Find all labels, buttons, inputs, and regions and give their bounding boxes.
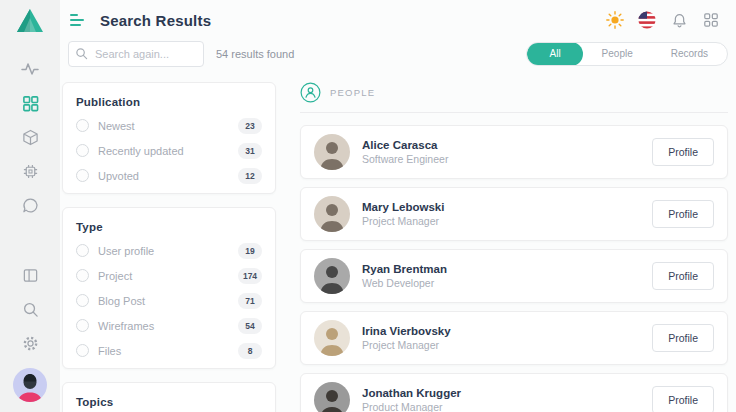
sidebar [0,0,60,412]
header-icons [606,11,720,29]
person-name: Alice Carasca [362,139,448,151]
person-info: Alice Carasca Software Engineer [362,139,448,165]
person-role: Software Engineer [362,153,448,165]
filter-option-label: Upvoted [98,170,139,182]
layout-icon [22,267,39,284]
person-photo-avatar [314,382,350,412]
radio-button[interactable] [76,144,89,157]
profile-button[interactable]: Profile [652,262,714,290]
filter-option-label: User profile [98,245,154,257]
profile-button[interactable]: Profile [652,324,714,352]
filter-option-files[interactable]: Files 8 [76,338,262,363]
search-box [68,41,204,67]
person-photo-avatar [314,196,350,232]
tab-records[interactable]: Records [652,43,727,65]
chat-bubble-icon [22,197,39,214]
user-avatar-illustration [13,368,47,402]
person-info: Ryan Brentman Web Developer [362,263,447,289]
count-badge: 12 [238,168,262,184]
search-icon [22,301,39,318]
sidebar-item-settings[interactable] [13,326,47,360]
filter-option-wireframes[interactable]: Wireframes 54 [76,313,262,338]
people-section-header: PEOPLE [300,82,728,113]
app-logo-triangle-icon[interactable] [16,8,44,34]
radio-button[interactable] [76,244,89,257]
filter-option-label: Files [98,345,121,357]
search-input[interactable] [68,41,204,67]
count-badge: 31 [238,143,262,159]
gear-icon [22,335,39,352]
cube-icon [22,129,39,146]
person-name: Jonathan Krugger [362,387,461,399]
menu-toggle-button[interactable] [70,14,86,26]
filter-title: Topics [76,396,262,408]
sidebar-item-packages[interactable] [13,120,47,154]
bell-icon[interactable] [670,11,688,29]
profile-button[interactable]: Profile [652,386,714,412]
people-section-label: PEOPLE [330,87,375,98]
us-flag-icon[interactable] [638,11,656,29]
person-info: Irina Vierbovsky Project Manager [362,325,451,351]
sidebar-item-chat[interactable] [13,188,47,222]
count-badge: 23 [238,118,262,134]
person-name: Ryan Brentman [362,263,447,275]
filter-option-recently-updated[interactable]: Recently updated 31 [76,138,262,163]
sun-icon[interactable] [606,11,624,29]
content: Publication Newest 23 Recently updated 3… [60,70,736,412]
person-role: Web Developer [362,277,447,289]
filter-card-publication: Publication Newest 23 Recently updated 3… [62,82,276,194]
activity-icon [21,60,39,78]
filter-card-type: Type User profile 19 Project 174 Blog Po… [62,207,276,369]
profile-button[interactable]: Profile [652,200,714,228]
filter-option-label: Wireframes [98,320,154,332]
count-badge: 19 [238,243,262,259]
radio-button[interactable] [76,294,89,307]
people-column: PEOPLE Alice Carasca Software Engineer [300,82,728,412]
filter-title: Type [76,221,262,233]
person-name: Irina Vierbovsky [362,325,451,337]
person-role: Product Manager [362,401,461,412]
filter-title: Publication [76,96,262,108]
filter-option-label: Project [98,270,132,282]
tab-all[interactable]: All [527,42,582,66]
search-row: 54 results found All People Records [60,34,736,70]
person-card: Mary Lebowski Project Manager Profile [300,187,728,241]
person-card: Alice Carasca Software Engineer Profile [300,125,728,179]
user-avatar[interactable] [13,368,47,402]
apps-grid-icon[interactable] [702,11,720,29]
sidebar-item-activity[interactable] [13,52,47,86]
sidebar-item-search[interactable] [13,292,47,326]
radio-button[interactable] [76,269,89,282]
person-info: Mary Lebowski Project Manager [362,201,444,227]
sidebar-item-system[interactable] [13,154,47,188]
filter-option-newest[interactable]: Newest 23 [76,113,262,138]
app-screen: Search Results [0,0,736,412]
radio-button[interactable] [76,344,89,357]
filter-option-blog-post[interactable]: Blog Post 71 [76,288,262,313]
count-badge: 8 [238,343,262,359]
filter-option-label: Blog Post [98,295,145,307]
people-list: Alice Carasca Software Engineer Profile [300,125,728,412]
filter-option-label: Newest [98,120,135,132]
radio-button[interactable] [76,319,89,332]
sidebar-item-layout[interactable] [13,258,47,292]
main-area: Search Results [60,0,736,412]
tab-people[interactable]: People [583,43,652,65]
filter-option-upvoted[interactable]: Upvoted 12 [76,163,262,188]
chip-icon [22,163,39,180]
person-card: Ryan Brentman Web Developer Profile [300,249,728,303]
filter-option-label: Recently updated [98,145,184,157]
person-card: Jonathan Krugger Product Manager Profile [300,373,728,412]
radio-button[interactable] [76,119,89,132]
radio-button[interactable] [76,169,89,182]
page-title: Search Results [100,12,211,29]
filter-option-user-profile[interactable]: User profile 19 [76,238,262,263]
person-info: Jonathan Krugger Product Manager [362,387,461,412]
sidebar-item-dashboard[interactable] [13,86,47,120]
results-count: 54 results found [216,48,294,60]
filter-option-project[interactable]: Project 174 [76,263,262,288]
person-photo-avatar [314,134,350,170]
profile-button[interactable]: Profile [652,138,714,166]
count-badge: 54 [238,318,262,334]
person-photo-avatar [314,258,350,294]
